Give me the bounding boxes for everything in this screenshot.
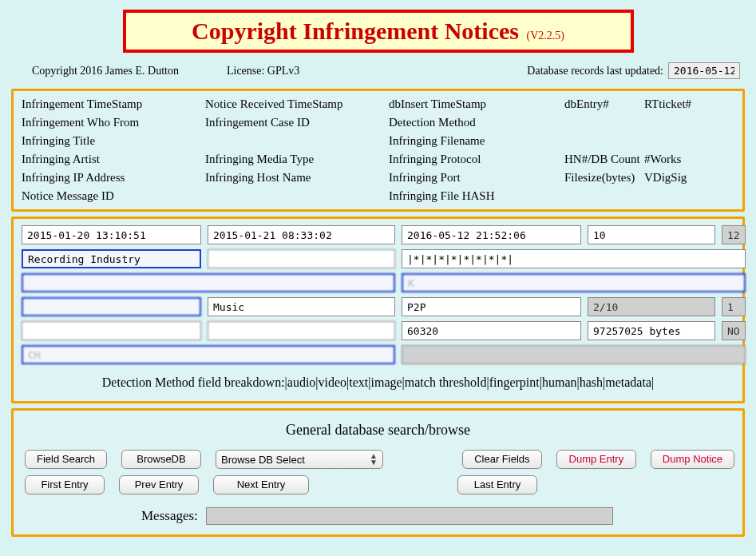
label-ip: Infringing IP Address: [22, 171, 205, 185]
browse-db-select-label: Browse DB Select: [221, 454, 305, 466]
first-entry-button[interactable]: First Entry: [25, 475, 105, 494]
next-entry-button[interactable]: Next Entry: [213, 475, 309, 494]
filesize-input[interactable]: [588, 321, 715, 340]
label-hostname: Infringing Host Name: [205, 171, 389, 185]
file-hash-output: [402, 345, 746, 364]
browse-db-select[interactable]: Browse DB Select ▲▼: [216, 450, 383, 469]
label-msg-id: Notice Message ID: [22, 189, 205, 203]
port-input[interactable]: [402, 321, 581, 340]
messages-label: Messages:: [141, 508, 198, 524]
works-output: [722, 297, 746, 316]
meta-row: Copyright 2016 James E. Dutton License: …: [16, 62, 740, 79]
app-title: Copyright Infringement Notices: [192, 18, 519, 44]
app-version: (V2.2.5): [527, 30, 564, 42]
label-artist: Infringing Artist: [22, 153, 205, 166]
artist-input[interactable]: [22, 297, 201, 316]
hn-db-count-output: [588, 297, 715, 316]
labels-panel: Infringement TimeStamp Notice Received T…: [11, 89, 745, 212]
dump-notice-button[interactable]: Dump Notice: [651, 450, 734, 469]
label-dbinsert-ts: dbInsert TimeStamp: [389, 97, 564, 111]
copyright-text: Copyright 2016 James E. Dutton: [32, 65, 179, 77]
last-entry-button[interactable]: Last Entry: [457, 475, 537, 494]
filename-input[interactable]: [402, 273, 746, 292]
hostname-input[interactable]: [208, 321, 395, 340]
infringe-ts-input[interactable]: [22, 225, 201, 244]
label-port: Infringing Port: [389, 171, 564, 185]
label-filesize: Filesize(bytes): [564, 171, 644, 185]
license-text: License: GPLv3: [227, 65, 299, 77]
ip-input[interactable]: [22, 321, 201, 340]
dump-entry-button[interactable]: Dump Entry: [556, 450, 636, 469]
search-title: General database search/browse: [22, 422, 734, 439]
msg-id-input[interactable]: [22, 345, 395, 364]
label-media-type: Infringing Media Type: [205, 153, 389, 166]
clear-fields-button[interactable]: Clear Fields: [462, 450, 542, 469]
label-case-id: Infringement Case ID: [205, 116, 389, 129]
prev-entry-button[interactable]: Prev Entry: [119, 475, 199, 494]
browse-db-button[interactable]: BrowseDB: [121, 450, 201, 469]
label-hn-db-count: HN#/DB Count: [564, 153, 644, 166]
notice-ts-input[interactable]: [208, 225, 395, 244]
label-filename: Infringing Filename: [389, 134, 564, 148]
who-from-input[interactable]: [22, 249, 201, 268]
label-infringe-ts: Infringement TimeStamp: [22, 97, 205, 111]
detection-input[interactable]: [402, 249, 746, 268]
label-who-from: Infringement Who From: [22, 116, 205, 129]
label-dbentry: dbEntry#: [564, 97, 644, 111]
field-search-button[interactable]: Field Search: [25, 450, 107, 469]
title-banner: Copyright Infringement Notices (V2.2.5): [123, 10, 634, 53]
messages-output: [206, 507, 613, 525]
dbentry-input[interactable]: [588, 225, 715, 244]
case-id-input[interactable]: [208, 249, 395, 268]
select-arrows-icon: ▲▼: [370, 453, 378, 466]
detection-breakdown-text: Detection Method field breakdown:|audio|…: [22, 375, 734, 390]
label-protocol: Infringing Protocol: [389, 153, 564, 166]
media-type-input[interactable]: [208, 297, 395, 316]
search-panel: General database search/browse Field Sea…: [11, 408, 745, 537]
updated-label: Database records last updated:: [527, 65, 663, 77]
label-detection: Detection Method: [389, 116, 564, 129]
updated-date-field[interactable]: [668, 62, 740, 79]
form-panel: Detection Method field breakdown:|audio|…: [11, 216, 745, 403]
label-file-hash: Infringing File HASH: [389, 189, 564, 203]
vdigsig-output: [722, 321, 746, 340]
label-vdigsig: VDigSig: [644, 171, 724, 185]
label-notice-ts: Notice Received TimeStamp: [205, 97, 389, 111]
protocol-input[interactable]: [402, 297, 581, 316]
label-title: Infringing Title: [22, 134, 205, 148]
title-input[interactable]: [22, 273, 395, 292]
dbinsert-ts-input[interactable]: [402, 225, 581, 244]
rtticket-output: [722, 225, 746, 244]
label-rtticket: RTticket#: [644, 97, 724, 111]
label-works: #Works: [644, 153, 724, 166]
